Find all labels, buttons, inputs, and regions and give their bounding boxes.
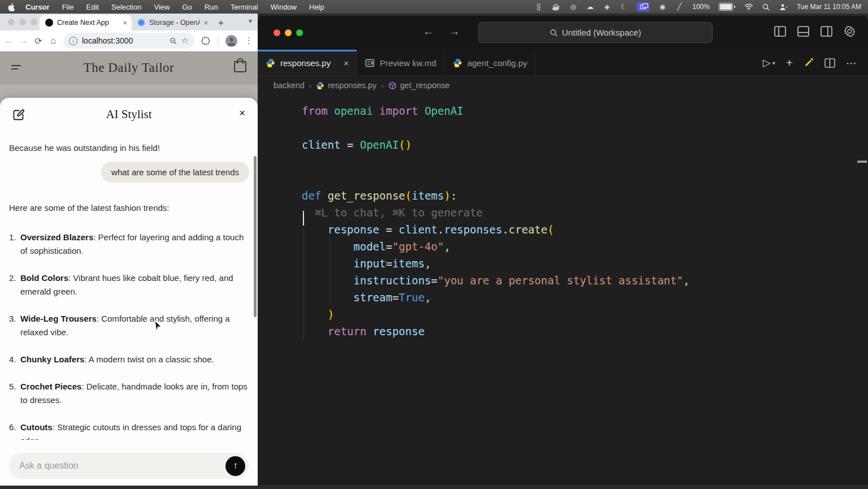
home-icon[interactable]: ⌂: [49, 36, 58, 46]
url-field[interactable]: i localhost:3000 ☆: [63, 33, 194, 49]
trend-list: 1.Oversized Blazers: Perfect for layerin…: [9, 231, 249, 440]
macos-menu-bar: CursorFileEditSelectionViewGoRunTerminal…: [0, 0, 868, 14]
toggle-sidebar-icon[interactable]: [774, 26, 786, 37]
code-line: [302, 170, 868, 187]
menu-terminal[interactable]: Terminal: [231, 3, 258, 11]
menu-selection[interactable]: Selection: [111, 3, 141, 11]
breadcrumb-file[interactable]: responses.py: [316, 81, 376, 90]
pencil-slash-icon[interactable]: ╱: [675, 3, 683, 11]
highlighter-icon[interactable]: [804, 58, 814, 68]
zoom-icon[interactable]: [170, 37, 177, 45]
play-icon: ▷: [763, 57, 771, 69]
send-button[interactable]: ↑: [225, 456, 245, 476]
menu-file[interactable]: File: [62, 3, 74, 11]
menu-help[interactable]: Help: [309, 3, 324, 11]
forward-icon[interactable]: →: [19, 36, 28, 46]
grid-icon[interactable]: ⣿: [535, 3, 542, 11]
window-edge: [258, 485, 868, 489]
cloud-icon[interactable]: ☁: [586, 3, 594, 11]
history-back-icon[interactable]: ←: [423, 25, 434, 38]
history-forward-icon[interactable]: →: [449, 25, 460, 38]
up-arrow-icon: ↑: [233, 460, 238, 471]
screen-mirroring-icon[interactable]: [637, 2, 649, 11]
new-tab-button[interactable]: +: [218, 18, 224, 31]
input-placeholder: Ask a question: [19, 461, 225, 471]
toggle-secondary-sidebar-icon[interactable]: [821, 26, 832, 37]
browser-tab-storage-openai[interactable]: Storage - OpenAI A ×: [132, 15, 212, 31]
tab-overflow-chevron-icon[interactable]: ▾: [249, 17, 252, 25]
address-bar-actions: ⋮: [201, 35, 253, 47]
menu-run[interactable]: Run: [205, 3, 218, 11]
menu-bar-status: ⣿ ☕ ◎ ☁ ◈ ☾ ◉ ╱ 100% Tue Mar 11 10:05 AM: [535, 2, 868, 11]
new-file-icon[interactable]: +: [786, 56, 793, 70]
browser-address-bar: ← → ⟳ ⌂ i localhost:3000 ☆ ⋮: [0, 31, 258, 51]
code-line: client = OpenAI(): [302, 136, 868, 153]
screen: CursorFileEditSelectionViewGoRunTerminal…: [0, 0, 868, 489]
menu-bar-clock[interactable]: Tue Mar 11 10:05 AM: [797, 3, 861, 11]
site-info-icon[interactable]: i: [69, 37, 77, 45]
close-tab-icon[interactable]: ×: [203, 19, 208, 27]
breadcrumb-folder[interactable]: backend: [274, 81, 305, 90]
tab-agent-config-py[interactable]: agent_config.py: [445, 50, 536, 76]
menu-view[interactable]: View: [154, 3, 170, 11]
ask-question-input[interactable]: Ask a question ↑: [9, 453, 249, 479]
close-tab-icon[interactable]: ×: [344, 58, 349, 68]
extensions-icon[interactable]: [201, 36, 210, 45]
tab-responses-py[interactable]: responses.py ×: [258, 50, 357, 76]
menu-cursor[interactable]: Cursor: [25, 3, 50, 11]
menu-window[interactable]: Window: [271, 3, 297, 11]
toggle-panel-icon[interactable]: [797, 26, 809, 37]
bookmark-star-icon[interactable]: ☆: [181, 36, 189, 46]
breadcrumb-symbol[interactable]: get_response: [388, 81, 450, 90]
tab-preview-kw-md[interactable]: Preview kw.md: [357, 50, 445, 76]
diamond-icon[interactable]: ◈: [603, 3, 611, 11]
settings-gear-icon[interactable]: [844, 25, 856, 37]
editor-actions: ▷ ▾ + ⋯: [763, 50, 868, 76]
back-icon[interactable]: ←: [5, 36, 14, 46]
apple-menu-icon[interactable]: [8, 3, 15, 11]
chat-scrollbar[interactable]: [254, 156, 257, 317]
code-line: [302, 119, 868, 136]
circle-app-icon[interactable]: ◎: [569, 3, 577, 11]
tab-label: agent_config.py: [467, 58, 527, 68]
menu-go[interactable]: Go: [182, 3, 192, 11]
wifi-icon[interactable]: [744, 3, 753, 10]
nextjs-favicon: [45, 19, 53, 27]
editor-window-controls[interactable]: [274, 29, 303, 36]
record-icon[interactable]: ◉: [658, 3, 666, 11]
chat-scroll-area[interactable]: Because he was outstanding in his field!…: [0, 132, 258, 440]
code-editor[interactable]: from openai import OpenAI client = OpenA…: [258, 94, 868, 340]
run-button[interactable]: ▷ ▾: [763, 57, 775, 69]
fast-user-switch-icon[interactable]: [779, 3, 788, 11]
trend-list-item: 6.Cutouts: Strategic cutouts in dresses …: [9, 421, 249, 440]
browser-menu-icon[interactable]: ⋮: [245, 36, 253, 46]
spotlight-search-icon[interactable]: [762, 3, 770, 11]
workspace-search-box[interactable]: Untitled (Workspace): [478, 22, 713, 43]
reload-icon[interactable]: ⟳: [34, 36, 43, 46]
code-line: input=items,: [302, 255, 868, 272]
ai-stylist-panel: AI Stylist × Because he was outstanding …: [0, 98, 258, 486]
browser-window-controls[interactable]: [8, 19, 37, 25]
close-tab-icon[interactable]: ×: [123, 19, 127, 27]
chevron-right-icon: ›: [381, 81, 383, 90]
code-line: instructions="you are a personal stylist…: [302, 272, 868, 289]
split-editor-icon[interactable]: [824, 58, 835, 68]
profile-avatar[interactable]: [225, 35, 237, 47]
moon-focus-icon[interactable]: ☾: [620, 3, 628, 11]
menu-edit[interactable]: Edit: [86, 3, 99, 11]
mouse-cursor: [154, 320, 163, 332]
url-text[interactable]: localhost:3000: [82, 36, 165, 45]
python-file-icon: [453, 58, 462, 68]
code-line: return response: [302, 323, 868, 340]
editor-tab-bar: responses.py × Preview kw.md agent_confi…: [258, 50, 868, 76]
battery-icon: [719, 3, 735, 11]
browser-tab-create-next-app[interactable]: Create Next App ×: [40, 15, 132, 31]
close-panel-icon[interactable]: ×: [239, 107, 245, 119]
more-actions-icon[interactable]: ⋯: [846, 57, 857, 70]
markdown-preview-icon: [365, 58, 375, 68]
trend-list-item: 5.Crochet Pieces: Delicate, handmade loo…: [9, 380, 249, 407]
coffee-cup-icon[interactable]: ☕: [552, 3, 560, 11]
hamburger-menu-icon[interactable]: [11, 65, 21, 72]
code-line: ): [302, 306, 868, 323]
shopping-bag-icon[interactable]: [234, 61, 246, 72]
